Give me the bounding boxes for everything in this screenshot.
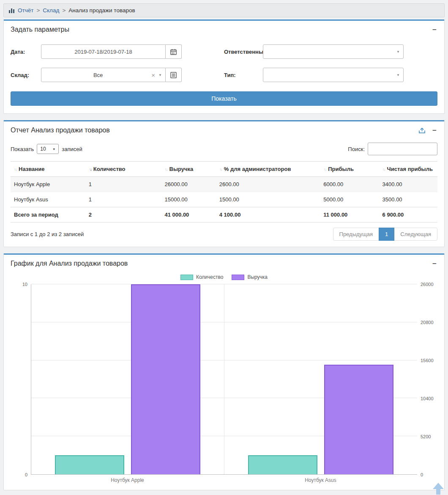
report-panel-title: Отчет Анализ продажи товаров <box>11 126 110 134</box>
chevron-down-icon: ▼ <box>158 73 162 77</box>
prev-page-button[interactable]: Предыдущая <box>333 228 380 241</box>
cell: 1500.00 <box>216 192 320 207</box>
column-header-3[interactable]: ↑↓Выручка <box>161 162 216 177</box>
report-panel-header: Отчет Анализ продажи товаров − <box>4 121 444 139</box>
cell: 26000.00 <box>161 177 216 192</box>
report-panel: Отчет Анализ продажи товаров − Показать … <box>3 120 445 247</box>
bar-выручка-2[interactable] <box>324 365 393 474</box>
left-axis-tick: 0 <box>25 473 27 477</box>
responsible-select[interactable]: ▼ <box>263 44 404 59</box>
date-input-group <box>41 44 182 59</box>
sort-icon: ↑↓ <box>165 167 167 172</box>
column-header-1[interactable]: ↑↓Название <box>11 162 85 177</box>
cell: 2600.00 <box>216 177 320 192</box>
collapse-button[interactable]: − <box>432 26 437 33</box>
table-row: Ноутбук Apple126000.002600.006000.003400… <box>11 177 437 192</box>
type-select[interactable]: ▼ <box>263 68 404 82</box>
clear-icon[interactable]: × <box>151 72 155 78</box>
page-length-control: Показать 10 ▼ записей <box>11 144 82 154</box>
chart: КоличествоВыручка 010 052001040015600208… <box>4 272 444 490</box>
right-axis-tick: 5200 <box>421 434 431 439</box>
cell: Ноутбук Apple <box>11 177 85 192</box>
cell: 2 <box>85 207 161 223</box>
column-header-2[interactable]: ↑↓Количество <box>85 162 161 177</box>
bar-количество-1[interactable] <box>55 455 124 474</box>
scroll-top-button[interactable] <box>432 482 445 495</box>
bar-количество-2[interactable] <box>248 455 317 474</box>
export-button[interactable] <box>418 127 426 134</box>
table-header-row: ↑↓Название↑↓Количество↑↓Выручка↑↓% для а… <box>11 162 437 177</box>
table-info: Записи с 1 до 2 из 2 записей <box>11 231 84 237</box>
breadcrumb-link-warehouse[interactable]: Склад <box>43 7 59 14</box>
table-footer: Записи с 1 до 2 из 2 записей Предыдущая … <box>11 228 437 241</box>
cell: 6000.00 <box>320 177 379 192</box>
collapse-button[interactable]: − <box>432 127 437 134</box>
right-axis-labels: 0520010400156002080026000 <box>417 284 437 475</box>
left-axis-labels: 010 <box>11 284 31 475</box>
warehouse-label: Склад: <box>11 72 41 78</box>
warehouse-input-group: Все × ▼ <box>41 68 182 82</box>
collapse-button[interactable]: − <box>432 260 437 267</box>
column-header-6[interactable]: ↑↓Чистая прибыль <box>379 162 437 177</box>
bar-выручка-1[interactable] <box>131 284 200 474</box>
chart-plot <box>31 284 417 475</box>
chart-panel-header: График для Анализ продажи товаров − <box>4 255 444 272</box>
warehouse-list-button[interactable] <box>166 68 182 82</box>
category-labels: Ноутбук AppleНоутбук Asus <box>31 477 417 483</box>
params-panel: Задать параметры − Дата: Ответственный: … <box>3 19 445 114</box>
column-header-5[interactable]: ↑↓Прибыль <box>320 162 379 177</box>
search-control: Поиск: <box>348 143 437 155</box>
chart-legend: КоличествоВыручка <box>11 274 437 280</box>
pagination: Предыдущая 1 Следующая <box>333 228 437 241</box>
table-row: Ноутбук Asus115000.001500.005000.003500.… <box>11 192 437 207</box>
legend-label: Количество <box>196 274 223 280</box>
legend-item-количество[interactable]: Количество <box>180 274 223 280</box>
sort-icon: ↑↓ <box>14 167 16 172</box>
table-controls: Показать 10 ▼ записей Поиск: <box>11 143 437 155</box>
sort-icon: ↑↓ <box>323 167 326 172</box>
form-row-2: Склад: Все × ▼ Тип: ▼ <box>11 68 437 82</box>
page-size-select[interactable]: 10 ▼ <box>37 144 59 154</box>
page-1-button[interactable]: 1 <box>379 228 394 241</box>
search-input[interactable] <box>368 143 437 155</box>
breadcrumb-separator: > <box>62 7 66 14</box>
next-page-button[interactable]: Следующая <box>394 228 437 241</box>
column-label: Прибыль <box>328 166 354 172</box>
page-size-value: 10 <box>40 146 46 152</box>
cell: 41 000.00 <box>161 207 216 223</box>
form-row-1: Дата: Ответственный: ▼ <box>11 44 437 59</box>
column-header-4[interactable]: ↑↓% для администраторов <box>216 162 320 177</box>
sort-icon: ↑↓ <box>89 167 91 172</box>
cell: 3400.00 <box>379 177 437 192</box>
calendar-button[interactable] <box>166 44 182 59</box>
legend-item-выручка[interactable]: Выручка <box>232 274 268 280</box>
category-label: Ноутбук Apple <box>31 477 224 483</box>
column-label: Количество <box>93 166 126 172</box>
column-label: Название <box>19 166 44 172</box>
right-axis-tick: 0 <box>421 473 423 477</box>
cell: 4 100.00 <box>216 207 320 223</box>
total-row: Всего за период241 000.004 100.0011 000.… <box>11 207 437 223</box>
column-label: % для администраторов <box>224 166 291 172</box>
right-axis-tick: 15600 <box>421 358 434 363</box>
sort-icon: ↑↓ <box>219 167 222 172</box>
table-body: Ноутбук Apple126000.002600.006000.003400… <box>11 177 437 223</box>
date-range-input[interactable] <box>41 44 166 59</box>
cell: 15000.00 <box>161 192 216 207</box>
list-icon <box>170 72 177 78</box>
show-button[interactable]: Показать <box>11 91 437 106</box>
export-icon <box>418 127 426 134</box>
bar-group-1 <box>31 284 224 474</box>
chart-panel: График для Анализ продажи товаров − Коли… <box>3 253 445 490</box>
breadcrumb-separator: > <box>36 7 40 14</box>
cell: 1 <box>85 177 161 192</box>
params-panel-title: Задать параметры <box>11 26 69 33</box>
breadcrumb-link-report[interactable]: Отчёт <box>18 7 33 14</box>
cell: 5000.00 <box>320 192 379 207</box>
cell: 3500.00 <box>379 192 437 207</box>
warehouse-select[interactable]: Все × ▼ <box>41 68 166 82</box>
breadcrumb-current: Анализ продажи товаров <box>68 7 135 14</box>
legend-label: Выручка <box>247 274 268 280</box>
cell: 1 <box>85 192 161 207</box>
calendar-icon <box>170 49 177 55</box>
